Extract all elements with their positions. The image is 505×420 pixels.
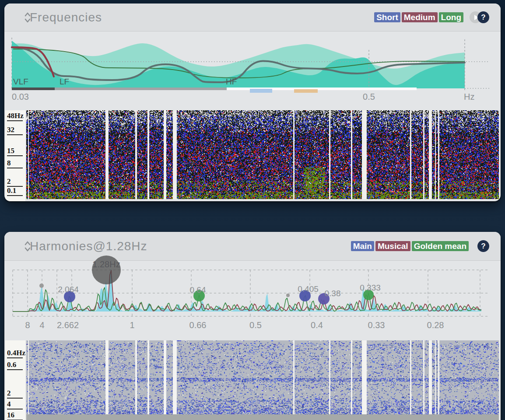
marker-label: 2.064: [58, 285, 79, 294]
panel-title: Harmonies@1.28Hz: [30, 239, 147, 253]
range-bar-lf-segment[interactable]: [55, 88, 227, 90]
y-tick-8: 8: [7, 159, 23, 168]
x-tick: 0.5: [249, 320, 262, 330]
x-tick: 1: [130, 320, 134, 330]
x-tick: 8: [25, 320, 30, 330]
panel-title: Frequencies: [30, 10, 102, 24]
hf-spectrogram: [26, 110, 499, 199]
minor-peak-dot: [286, 294, 290, 297]
spectrogram-footer: [26, 414, 499, 420]
x-axis-unit: Hz: [464, 92, 474, 102]
marker-label: 0.38: [325, 289, 341, 298]
legend-toggle-medium[interactable]: Medium: [402, 12, 438, 23]
spectrogram-y-axis: 0.4Hz 0.6 2 4 16: [5, 340, 25, 420]
x-tick: 0.4: [311, 320, 323, 330]
harmonics-spectrogram: [26, 340, 499, 414]
harmonies-panel: Harmonies@1.28Hz Main Musical Golden mea…: [4, 232, 501, 420]
legend-toggle-main[interactable]: Main: [351, 241, 374, 252]
y-tick-4: 4: [7, 400, 23, 410]
marker-label: 0.405: [298, 284, 319, 294]
help-button[interactable]: ?: [477, 240, 489, 252]
x-tick: 0.28: [427, 320, 444, 330]
range-bar-vlf-segment[interactable]: [12, 88, 55, 90]
frequency-chart: VLF LF HF 0.03 0.5 Hz: [4, 35, 501, 104]
y-tick-15: 15: [7, 147, 23, 156]
y-tick-2: 2: [7, 178, 23, 187]
harmonics-chart: 1.28Hz 2.064 0.64 0.405 0.38 0.333 8 4 2…: [4, 254, 501, 335]
marker-label: 0.64: [190, 285, 206, 294]
x-tick-0p5: 0.5: [363, 92, 375, 102]
collapse-toggle-icon[interactable]: [24, 240, 32, 253]
frequencies-header: Frequencies Short Medium Long ?: [4, 4, 501, 32]
x-tick: 0.33: [368, 320, 385, 330]
y-tick-48hz: 48Hz: [7, 112, 23, 121]
legend-toggle-musical[interactable]: Musical: [375, 241, 410, 252]
legend-toggle-long[interactable]: Long: [439, 12, 463, 23]
main-peak-label: 1.28Hz: [92, 259, 120, 269]
spectrogram-y-axis: 48Hz 32 15 8 2 0.1: [5, 110, 25, 201]
harmonics-x-axis: 8 4 2.662 1 0.66 0.5 0.4 0.33 0.28: [25, 320, 444, 330]
x-tick: 4: [39, 320, 44, 330]
y-tick-16: 16: [7, 411, 23, 420]
frequencies-panel: Frequencies Short Medium Long ? VLF LF H…: [4, 4, 501, 201]
y-tick-0p6: 0.6: [7, 361, 23, 370]
legend-toggle-short[interactable]: Short: [374, 12, 400, 23]
band-label-hf: HF: [226, 77, 237, 86]
y-tick-0p1: 0.1: [7, 187, 23, 196]
legend-toggle-golden-mean[interactable]: Golden mean: [412, 241, 469, 252]
band-label-vlf: VLF: [13, 77, 28, 86]
help-button[interactable]: ?: [477, 11, 489, 23]
marker-label: 0.333: [360, 283, 381, 292]
collapse-toggle-icon[interactable]: [24, 11, 32, 24]
x-tick: 0.66: [189, 320, 207, 330]
y-tick-2: 2: [7, 389, 23, 399]
range-marker-blue: [250, 89, 272, 93]
x-tick-min: 0.03: [12, 92, 29, 102]
x-tick: 2.662: [57, 320, 79, 330]
minor-peak-dot: [39, 284, 44, 288]
y-tick-32: 32: [7, 126, 23, 135]
range-marker-orange: [294, 89, 318, 93]
y-tick-0p4hz: 0.4Hz: [7, 349, 23, 358]
band-label-lf: LF: [60, 77, 69, 86]
